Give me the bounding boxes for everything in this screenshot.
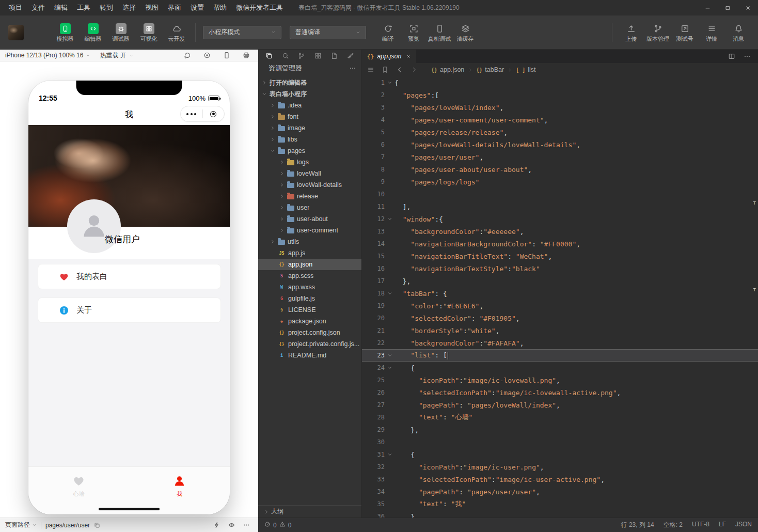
- code-line[interactable]: 26 "selectedIconPath":"image/ic-lovewall…: [362, 386, 758, 399]
- breadcrumb-item[interactable]: {}tabBar: [476, 66, 504, 73]
- breadcrumb-item[interactable]: {}app.json: [431, 66, 464, 73]
- menubar-item[interactable]: 界面: [163, 0, 186, 15]
- split-icon[interactable]: [728, 53, 735, 60]
- code-line[interactable]: 27 "pagePath": "pages/loveWall/index",: [362, 399, 758, 411]
- code-line[interactable]: 17 },: [362, 275, 758, 287]
- explorer-section-project[interactable]: 表白墙小程序: [258, 88, 361, 100]
- cloud-dev-button[interactable]: 云开发: [165, 23, 188, 42]
- test-account-button[interactable]: 测试号: [673, 23, 696, 42]
- menu-item-my-confession[interactable]: 我的表白: [38, 264, 221, 289]
- file-icon[interactable]: [330, 52, 338, 59]
- search-icon[interactable]: [282, 52, 289, 59]
- code-line[interactable]: 1{: [362, 76, 758, 89]
- menu-item-about[interactable]: 关于: [38, 298, 221, 323]
- code-line[interactable]: 15 "navigationBarTitleText": "WeChat",: [362, 250, 758, 262]
- eol-setting[interactable]: LF: [719, 521, 726, 529]
- rotate-icon[interactable]: [184, 52, 191, 59]
- hot-reload-toggle[interactable]: 热重载 开: [100, 51, 133, 60]
- minimize-button[interactable]: [698, 0, 718, 15]
- lightning-icon[interactable]: [213, 522, 220, 528]
- version-button[interactable]: 版本管理: [646, 23, 669, 42]
- page-path-select[interactable]: 页面路径: [5, 521, 37, 529]
- outline-section[interactable]: 大纲: [258, 505, 361, 518]
- maximize-button[interactable]: [718, 0, 738, 15]
- code-line[interactable]: 34 "pagePath": "pages/user/user",: [362, 486, 758, 498]
- brush-icon[interactable]: [347, 52, 354, 59]
- code-line[interactable]: 8 "pages/user-about/user-about",: [362, 163, 758, 176]
- bookmark-icon[interactable]: [382, 66, 389, 73]
- menubar-item[interactable]: 转到: [95, 0, 118, 15]
- editor-button[interactable]: 编辑器: [82, 23, 104, 42]
- menubar-item[interactable]: 工具: [72, 0, 95, 15]
- capsule-exit-button[interactable]: [203, 111, 225, 117]
- code-line[interactable]: 20 "selectedColor": "#F01905",: [362, 312, 758, 324]
- tree-item[interactable]: pages: [258, 145, 361, 157]
- explorer-section-open-editors[interactable]: 打开的编辑器: [258, 77, 361, 88]
- code-line[interactable]: 13 "backgroundColor":"#eeeeee",: [362, 225, 758, 238]
- code-line[interactable]: 5 "pages/release/release",: [362, 126, 758, 138]
- eye-icon[interactable]: [228, 522, 235, 528]
- code-line[interactable]: 3 "pages/loveWall/index",: [362, 101, 758, 114]
- tree-item[interactable]: {}project.config.json: [258, 327, 361, 338]
- code-line[interactable]: 2 "pages":[: [362, 89, 758, 101]
- code-line[interactable]: 35 "text": "我": [362, 498, 758, 510]
- more-icon[interactable]: [744, 53, 751, 60]
- tree-item[interactable]: loveWall: [258, 168, 361, 179]
- language-mode[interactable]: JSON: [735, 521, 752, 529]
- breadcrumb-item[interactable]: [ ]list: [516, 66, 535, 73]
- tree-item[interactable]: libs: [258, 134, 361, 145]
- code-line[interactable]: 22 "backgroundColor":"#FAFAFA",: [362, 337, 758, 349]
- menubar-item[interactable]: 设置: [186, 0, 209, 15]
- device-icon[interactable]: [223, 52, 230, 59]
- code-line[interactable]: 9 "pages/logs/logs": [362, 176, 758, 188]
- code-line[interactable]: 24 {: [362, 362, 758, 374]
- code-line[interactable]: 11 ],: [362, 200, 758, 213]
- tab-app-json[interactable]: {} app.json: [362, 50, 416, 63]
- remote-debug-button[interactable]: 真机调试: [428, 23, 451, 42]
- menubar-item[interactable]: 视图: [140, 0, 163, 15]
- code-line[interactable]: 19 "color":"#E6E6E6",: [362, 300, 758, 312]
- menubar-item[interactable]: 帮助: [209, 0, 231, 15]
- code-line[interactable]: 23 "list": [: [362, 349, 758, 362]
- arrow-left-icon[interactable]: [396, 66, 403, 73]
- tree-item[interactable]: ◆package.json: [258, 316, 361, 327]
- code-line[interactable]: 16 "navigationBarTextStyle":"black": [362, 262, 758, 275]
- menubar-item[interactable]: 微信开发者工具: [231, 0, 288, 15]
- code-line[interactable]: 18 "tabBar": {: [362, 287, 758, 300]
- copy-path-button[interactable]: [94, 522, 100, 528]
- tree-item[interactable]: user-comment: [258, 225, 361, 236]
- message-button[interactable]: 消息: [727, 23, 750, 42]
- menubar-item[interactable]: 文件: [27, 0, 50, 15]
- printer-icon[interactable]: [243, 52, 250, 59]
- code-line[interactable]: 14 "navigationBarBackgroundColor": "#FF0…: [362, 238, 758, 250]
- code-line[interactable]: 33 "selectedIconPath":"image/ic-user-act…: [362, 473, 758, 486]
- code-line[interactable]: 32 "iconPath":"image/ic-user.png",: [362, 461, 758, 473]
- branch-icon[interactable]: [298, 52, 305, 59]
- tree-item[interactable]: image: [258, 122, 361, 134]
- menu-icon[interactable]: [367, 66, 374, 73]
- problems-indicator[interactable]: 0 0: [264, 521, 291, 529]
- code-line[interactable]: 10: [362, 188, 758, 200]
- code-line[interactable]: 6 "pages/loveWall-details/loveWall-detai…: [362, 138, 758, 151]
- user-avatar[interactable]: [8, 25, 24, 40]
- debugger-button[interactable]: 调试器: [109, 23, 132, 42]
- code-line[interactable]: 25 "iconPath":"image/ic-lovewall.png",: [362, 374, 758, 386]
- copy-icon[interactable]: [265, 52, 273, 59]
- record-icon[interactable]: [203, 52, 211, 59]
- copy-icon[interactable]: [94, 522, 100, 528]
- tree-item[interactable]: .idea: [258, 100, 361, 111]
- simulator-button[interactable]: 模拟器: [54, 23, 76, 42]
- indentation-setting[interactable]: 空格: 2: [664, 521, 683, 529]
- tree-item[interactable]: Sapp.scss: [258, 270, 361, 281]
- details-button[interactable]: 详情: [700, 23, 723, 42]
- tree-item[interactable]: JSapp.js: [258, 247, 361, 259]
- menubar-item[interactable]: 选择: [118, 0, 140, 15]
- tree-item[interactable]: Ggulpfile.js: [258, 293, 361, 304]
- tree-item[interactable]: utils: [258, 236, 361, 247]
- more-icon[interactable]: [243, 522, 250, 528]
- arrow-right-icon[interactable]: [410, 66, 418, 73]
- code-line[interactable]: 28 "text": "心墙": [362, 411, 758, 424]
- tree-item[interactable]: user-about: [258, 213, 361, 225]
- close-tab-button[interactable]: [406, 54, 411, 59]
- code-line[interactable]: 12 "window":{: [362, 213, 758, 225]
